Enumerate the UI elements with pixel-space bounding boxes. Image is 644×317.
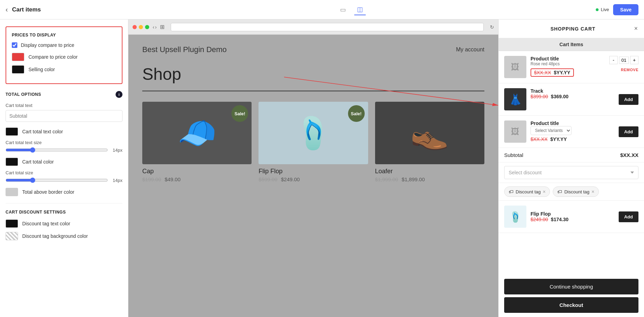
page-title: Cart items <box>12 6 41 13</box>
discount-tag-text-color-swatch[interactable] <box>6 219 18 228</box>
top-bar-center: ▭ ◫ <box>134 4 569 15</box>
product-prices-cap: $199.00 $49.00 <box>142 176 252 182</box>
cart-item-1-qty: - + <box>609 56 638 64</box>
site-nav: Best Upsell Plugin Demo My account <box>142 45 484 54</box>
flip-flop-orig-price: $249.00 <box>531 217 548 222</box>
discount-tag-2-label: Discount tag <box>564 189 589 194</box>
selling-color-row: Selling color <box>12 65 116 74</box>
cart-total-color-label: Cart total color <box>22 159 54 165</box>
cart-item-1-info: Product title Rose red 48pcs $XX.XX $YY.… <box>531 56 605 77</box>
product-card-cap: 🧢 Sale! Cap $199.00 $49.00 <box>142 102 252 182</box>
total-border-color-swatch[interactable] <box>6 188 18 196</box>
display-compare-price-checkbox[interactable] <box>12 42 17 48</box>
compare-price-color-swatch[interactable] <box>12 53 24 61</box>
nav-buttons: ‹ › <box>153 24 156 30</box>
cart-total-text-input[interactable] <box>6 110 122 122</box>
checkout-button[interactable]: Checkout <box>504 297 638 313</box>
discount-tags: 🏷 Discount tag × 🏷 Discount tag × <box>499 183 644 201</box>
discount-tag-2-icon: 🏷 <box>557 189 562 194</box>
back-button[interactable]: ‹ <box>6 6 8 14</box>
url-bar[interactable] <box>171 23 484 31</box>
cart-body: 🖼 Product title Rose red 48pcs $XX.XX $Y… <box>499 51 644 275</box>
split-view-button[interactable]: ⊞ <box>160 24 164 30</box>
forward-nav-button[interactable]: › <box>155 24 157 30</box>
product-name-cap: Cap <box>142 168 252 175</box>
cart-item-2-image: 👗 <box>504 88 526 110</box>
shop-divider <box>142 91 484 91</box>
cart-total-text-color-row: Cart total text color <box>6 127 122 136</box>
prices-section-title: PRICES TO DISPLAY <box>12 33 116 37</box>
main-layout: PRICES TO DISPLAY Display compare to pri… <box>0 19 644 317</box>
discount-select-row: Select discount <box>499 162 644 183</box>
loafer-orig-price: $1,999.00 <box>375 176 398 182</box>
selling-color-label: Selling color <box>28 67 55 72</box>
continue-shopping-button[interactable]: Continue shopping <box>504 279 638 294</box>
discount-select[interactable]: Select discount <box>504 166 638 179</box>
cart-subtotal: Subtotal $XX.XX <box>499 148 644 162</box>
discount-tag-2: 🏷 Discount tag × <box>553 186 599 197</box>
cart-discount-title: CART DISCOUNT SETTINGS <box>6 210 122 215</box>
reload-button[interactable]: ↻ <box>490 24 494 30</box>
close-traffic-light[interactable] <box>133 25 137 29</box>
cart-total-color-swatch[interactable] <box>6 158 18 166</box>
cart-total-color-row: Cart total color <box>6 158 122 166</box>
image-placeholder-icon: 🖼 <box>511 62 519 72</box>
discount-tag-bg-color-swatch[interactable] <box>6 232 18 240</box>
back-nav-button[interactable]: ‹ <box>153 24 154 30</box>
cart-header: SHOPPING CART × <box>499 19 644 38</box>
maximize-traffic-light[interactable] <box>145 25 149 29</box>
total-options-info-icon[interactable]: i <box>116 91 122 98</box>
cart-item-1-sale-price: $YY.YY <box>554 70 570 75</box>
cart-item-2-sale-price: $369.00 <box>551 94 569 99</box>
qty-decrease-button[interactable]: - <box>609 56 618 64</box>
flip-flop-prices: $249.00 $174.30 <box>531 217 615 222</box>
cart-item-3: 🖼 Product title Select Variants $XX.XX $… <box>499 116 644 148</box>
product-prices-flipflop: $599.00 $249.00 <box>259 176 368 182</box>
cart-item-2-orig-price: $399.00 <box>531 94 548 99</box>
cart-close-button[interactable]: × <box>634 25 638 32</box>
cap-sale-price: $49.00 <box>164 176 180 182</box>
cart-header-title: SHOPPING CART <box>550 26 595 32</box>
cart-item-1-title: Product title <box>531 56 605 61</box>
qty-increase-button[interactable]: + <box>630 56 638 64</box>
cart-item-3-sale-price: $YY.YY <box>550 136 567 142</box>
cart-total-text-size-slider[interactable] <box>6 147 108 153</box>
cart-item-1-actions: - + REMOVE <box>609 56 638 72</box>
product-prices-loafer: $1,999.00 $1,899.00 <box>375 176 484 182</box>
remove-link[interactable]: REMOVE <box>621 68 638 72</box>
live-label: Live <box>601 7 609 12</box>
demo-site: Best Upsell Plugin Demo My account Shop … <box>128 35 498 193</box>
minimize-traffic-light[interactable] <box>139 25 143 29</box>
my-account-link[interactable]: My account <box>456 47 484 53</box>
desktop-view-icon[interactable]: ◫ <box>354 4 366 15</box>
qty-input[interactable] <box>619 57 629 64</box>
products-grid: 🧢 Sale! Cap $199.00 $49.00 🩴 Sale! <box>142 102 484 182</box>
flipflop-orig-price: $599.00 <box>259 176 277 182</box>
save-button[interactable]: Save <box>613 4 638 15</box>
cart-items-tab[interactable]: Cart Items <box>499 38 644 51</box>
browser-bar: ‹ › ⊞ ↻ <box>128 19 498 35</box>
variant-select[interactable]: Select Variants <box>531 126 571 135</box>
cart-total-size-value: 14px <box>111 178 122 183</box>
cart-item-2-add-button[interactable]: Add <box>619 94 638 105</box>
selling-color-swatch[interactable] <box>12 65 24 74</box>
discount-tag-2-close[interactable]: × <box>592 189 594 194</box>
discount-tag-1-close[interactable]: × <box>543 189 545 194</box>
cart-item-3-image: 🖼 <box>504 120 526 143</box>
flip-flop-title: Flip Flop <box>531 211 615 217</box>
tablet-view-icon[interactable]: ▭ <box>337 5 349 15</box>
top-bar-left: ‹ Cart items <box>6 6 134 14</box>
sale-badge-cap: Sale! <box>231 105 248 122</box>
cart-item-2-price-box: $399.00 $369.00 <box>531 94 615 99</box>
total-border-color-label: Total above border color <box>22 189 74 195</box>
cart-total-text-color-swatch[interactable] <box>6 127 18 136</box>
cart-total-text-label: Cart total text <box>6 103 122 108</box>
cart-total-size-slider[interactable] <box>6 177 108 183</box>
browser-content: Best Upsell Plugin Demo My account Shop … <box>128 35 498 317</box>
cart-total-text-size-label: Cart total text size <box>6 140 122 145</box>
flip-flop-add-button[interactable]: Add <box>619 211 638 222</box>
cart-item-3-add-button[interactable]: Add <box>619 126 638 137</box>
flip-flop-sale-price: $174.30 <box>551 217 569 222</box>
cart-total-text-size-row: 14px <box>6 147 122 153</box>
cart-item-1: 🖼 Product title Rose red 48pcs $XX.XX $Y… <box>499 51 644 83</box>
